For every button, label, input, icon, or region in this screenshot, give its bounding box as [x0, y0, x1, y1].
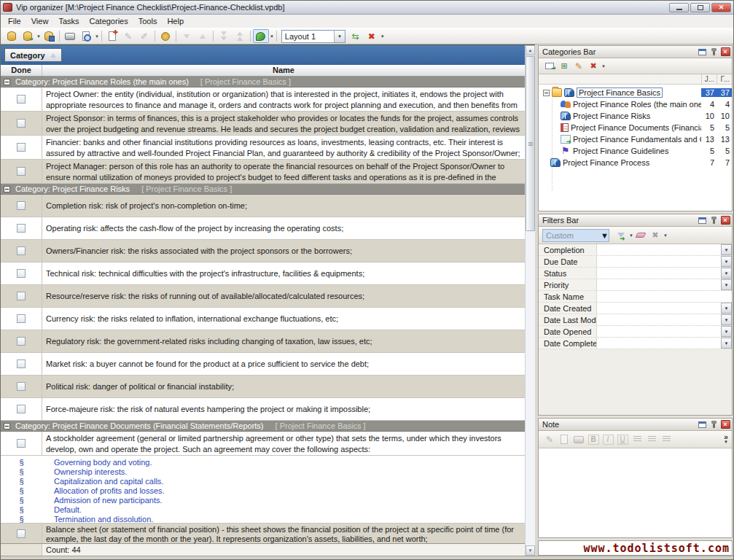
- task-checkbox[interactable]: [17, 95, 26, 104]
- move-down-button[interactable]: [179, 29, 195, 43]
- save-database-button[interactable]: [41, 29, 57, 43]
- menu-tools[interactable]: Tools: [133, 15, 163, 27]
- apply-filter-button[interactable]: [614, 229, 628, 242]
- categories-toolbar-overflow[interactable]: ▼: [601, 64, 606, 69]
- note-pin-button[interactable]: [708, 420, 719, 429]
- move-top-button[interactable]: [232, 29, 248, 43]
- scroll-down-button[interactable]: ▼: [526, 545, 535, 556]
- category-tree-item[interactable]: Project Finance Guidelines55: [539, 145, 732, 157]
- italic-button[interactable]: I: [601, 433, 615, 446]
- filter-dropdown-button[interactable]: ▼: [721, 326, 732, 337]
- menu-categories[interactable]: Categories: [85, 15, 133, 27]
- filter-value-field[interactable]: [597, 268, 721, 279]
- open-database-button[interactable]: [20, 29, 36, 43]
- complete-task-button[interactable]: [157, 29, 173, 43]
- count-column-1[interactable]: J...: [701, 74, 717, 84]
- task-row[interactable]: Market risk: a buyer cannot be found for…: [1, 353, 525, 376]
- filter-value-field[interactable]: [597, 291, 732, 302]
- category-tree-item[interactable]: Project Finance Roles (the main ones)44: [539, 98, 732, 110]
- category-group-header[interactable]: Category: Project Finance Documents (Fin…: [1, 421, 525, 432]
- category-group-header[interactable]: Category: Project Finance Risks[ Project…: [1, 184, 525, 195]
- filter-dropdown-button[interactable]: ▼: [721, 338, 732, 349]
- bullet-line[interactable]: §Governing body and voting.: [1, 457, 525, 467]
- bullet-line[interactable]: §Admission of new participants.: [1, 495, 525, 505]
- filter-dropdown-button[interactable]: ▼: [721, 279, 732, 290]
- bullet-line[interactable]: §Allocation of profits and losses.: [1, 486, 525, 495]
- scrollbar-thumb[interactable]: [526, 56, 535, 231]
- category-tree-item[interactable]: Project Finance Fundamentals and Control…: [539, 133, 732, 145]
- edit-task-button[interactable]: ✎: [120, 29, 136, 43]
- task-checkbox[interactable]: [17, 292, 26, 300]
- collapse-group-icon[interactable]: [4, 186, 10, 192]
- task-row[interactable]: Operating risk: affects the cash-flow of…: [1, 217, 525, 240]
- new-database-button[interactable]: [4, 29, 20, 43]
- maximize-button[interactable]: [690, 3, 710, 12]
- filters-maximize-button[interactable]: [697, 216, 707, 225]
- minimize-button[interactable]: [669, 3, 689, 12]
- print-note-button[interactable]: [571, 433, 586, 446]
- task-checkbox[interactable]: [17, 246, 26, 255]
- task-checkbox[interactable]: [17, 167, 26, 176]
- filter-value-field[interactable]: [597, 338, 721, 349]
- category-tree-item[interactable]: Project Finance Basics3737: [539, 87, 732, 98]
- task-row[interactable]: Balance sheet (or statement of financial…: [1, 524, 525, 543]
- task-checkbox[interactable]: [17, 314, 26, 323]
- menu-help[interactable]: Help: [162, 15, 189, 27]
- edit-category-button[interactable]: ✎: [571, 60, 586, 73]
- bullet-list-button[interactable]: [659, 433, 674, 446]
- task-checkbox[interactable]: [17, 269, 26, 278]
- task-row[interactable]: Regulatory risk: the government-related …: [1, 330, 525, 353]
- clear-filter-button[interactable]: [633, 229, 648, 242]
- filter-value-field[interactable]: [597, 303, 721, 314]
- menu-file[interactable]: File: [3, 15, 26, 27]
- task-row[interactable]: Financier: banks and other financial ins…: [1, 136, 525, 160]
- column-header-name[interactable]: Name: [42, 65, 525, 76]
- bullet-line[interactable]: §Termination and dissolution.: [1, 514, 525, 524]
- align-left-button[interactable]: [630, 433, 644, 446]
- note-maximize-button[interactable]: [697, 420, 707, 429]
- apply-layout-button[interactable]: ⇆: [348, 29, 364, 43]
- categories-maximize-button[interactable]: [697, 47, 707, 57]
- delete-filter-button[interactable]: ✖: [648, 229, 663, 242]
- collapse-group-icon[interactable]: [4, 79, 10, 85]
- task-checkbox[interactable]: [17, 119, 26, 128]
- print-preview-dropdown[interactable]: ▼: [95, 34, 99, 39]
- task-checkbox[interactable]: [17, 337, 26, 346]
- bold-button[interactable]: B: [586, 433, 601, 446]
- duplicate-task-button[interactable]: ✐: [136, 29, 152, 43]
- filter-dropdown-button[interactable]: ▼: [721, 303, 732, 314]
- note-editor[interactable]: [539, 448, 732, 537]
- bullet-line[interactable]: §Default.: [1, 505, 525, 514]
- filter-dropdown-button[interactable]: ▼: [721, 256, 732, 267]
- layout-combo[interactable]: Layout 1▼: [281, 30, 345, 43]
- filters-close-button[interactable]: ×: [720, 216, 730, 225]
- delete-layout-button[interactable]: ✖: [364, 29, 380, 43]
- task-row[interactable]: Political risk: danger of political or f…: [1, 376, 525, 398]
- menu-tasks[interactable]: Tasks: [53, 15, 84, 27]
- category-tree-item[interactable]: Project Finance Risks1010: [539, 110, 732, 122]
- collapse-tree-icon[interactable]: [543, 90, 550, 96]
- category-group-header[interactable]: Category: Project Finance Roles (the mai…: [1, 77, 525, 88]
- task-checkbox[interactable]: [17, 529, 26, 538]
- group-by-category-button[interactable]: Category: [4, 48, 62, 62]
- task-checkbox[interactable]: [17, 359, 26, 368]
- note-close-button[interactable]: ×: [720, 420, 730, 429]
- task-row[interactable]: Project Owner: the entity (individual, i…: [1, 88, 525, 112]
- task-checkbox[interactable]: [17, 224, 26, 233]
- new-subcategory-button[interactable]: ⊞: [557, 60, 571, 73]
- filters-pin-button[interactable]: [708, 216, 719, 225]
- filter-dropdown-button[interactable]: ▼: [721, 268, 732, 279]
- filter-value-field[interactable]: [597, 279, 721, 290]
- task-checkbox[interactable]: [17, 201, 26, 210]
- bullet-line[interactable]: §Ownership interests.: [1, 467, 525, 476]
- scroll-up-button[interactable]: ▲: [526, 45, 535, 55]
- filter-value-field[interactable]: [597, 314, 721, 325]
- edit-note-button[interactable]: ✎: [542, 433, 557, 446]
- combo-dropdown-icon[interactable]: ▼: [601, 231, 609, 240]
- task-row[interactable]: Completion risk: risk of project's non-c…: [1, 195, 525, 217]
- filter-dropdown-button[interactable]: ▼: [721, 244, 732, 255]
- filter-preset-combo[interactable]: Custom ▼: [542, 229, 609, 242]
- print-preview-note-button[interactable]: [557, 433, 571, 446]
- category-tree-item[interactable]: Project Finance Process77: [539, 157, 732, 168]
- task-row[interactable]: Project Manager: person of this role has…: [1, 160, 525, 184]
